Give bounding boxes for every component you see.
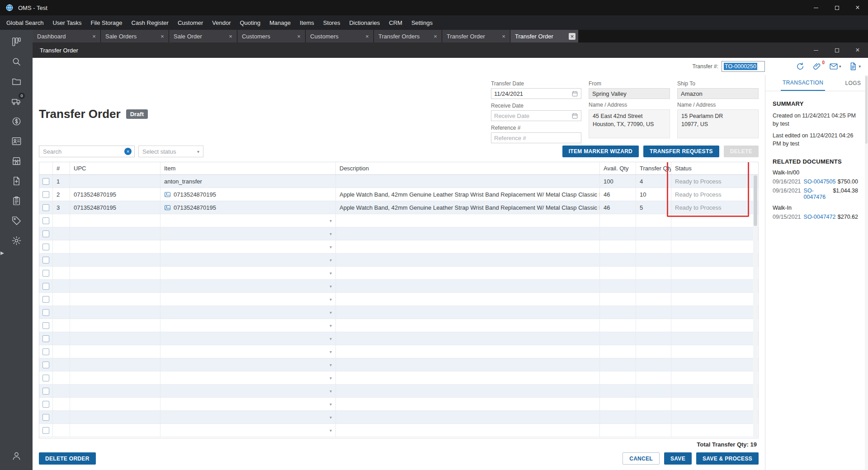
menu-item-customer[interactable]: Customer xyxy=(173,15,208,30)
item-dropdown-icon[interactable]: ▾ xyxy=(330,362,332,367)
calendar-icon[interactable] xyxy=(571,90,578,97)
tab-close-icon[interactable]: × xyxy=(227,33,234,40)
row-checkbox[interactable] xyxy=(42,270,49,277)
tab-close-icon[interactable]: × xyxy=(569,33,576,40)
item-dropdown-icon[interactable]: ▾ xyxy=(330,389,332,394)
save-process-button[interactable]: SAVE & PROCESS xyxy=(696,452,759,465)
transfer-number-input[interactable]: TO-0000250 xyxy=(722,61,765,72)
inner-minimize-button[interactable] xyxy=(806,42,826,58)
item-dropdown-icon[interactable]: ▾ xyxy=(330,218,332,223)
tab-transfer-orders[interactable]: Transfer Orders× xyxy=(374,30,442,42)
column-header-col0[interactable]: # xyxy=(53,162,70,174)
tab-close-icon[interactable]: × xyxy=(159,33,166,40)
row-checkbox[interactable] xyxy=(42,191,49,198)
attachments-icon[interactable]: 0 xyxy=(812,62,821,71)
tab-logs[interactable]: LOGS xyxy=(843,75,863,91)
menu-item-vendor[interactable]: Vendor xyxy=(208,15,235,30)
calendar-icon[interactable] xyxy=(571,113,578,119)
row-checkbox[interactable] xyxy=(42,388,49,395)
tab-transaction[interactable]: TRANSACTION xyxy=(781,75,825,91)
restore-button[interactable] xyxy=(826,0,847,15)
tab-transfer-order[interactable]: Transfer Order× xyxy=(510,30,578,42)
sidebar-item-stores[interactable] xyxy=(5,151,27,171)
sidebar-item-sales[interactable] xyxy=(5,111,27,131)
inner-close-button[interactable]: × xyxy=(847,42,868,58)
item-dropdown-icon[interactable]: ▾ xyxy=(330,402,332,407)
receive-date-value[interactable] xyxy=(494,113,571,119)
menu-item-settings[interactable]: Settings xyxy=(407,15,437,30)
tab-close-icon[interactable]: × xyxy=(90,33,98,40)
column-header-item[interactable]: Item xyxy=(160,162,336,174)
item-dropdown-icon[interactable]: ▾ xyxy=(330,231,332,236)
sidebar-item-settings[interactable] xyxy=(5,230,27,250)
menu-item-dictionaries[interactable]: Dictionaries xyxy=(344,15,384,30)
reference-value[interactable] xyxy=(494,135,578,141)
tab-customers[interactable]: Customers× xyxy=(237,30,305,42)
item-dropdown-icon[interactable]: ▾ xyxy=(330,271,332,276)
tab-close-icon[interactable]: × xyxy=(295,33,302,40)
sidebar-item-profile[interactable] xyxy=(5,446,27,465)
item-dropdown-icon[interactable]: ▾ xyxy=(330,284,332,289)
minimize-button[interactable] xyxy=(806,0,826,15)
row-checkbox[interactable] xyxy=(42,283,49,290)
row-checkbox[interactable] xyxy=(42,375,49,381)
doc-number-link[interactable]: SO-0047472 xyxy=(804,214,836,220)
table-scrollbar[interactable] xyxy=(753,175,758,437)
clear-search-icon[interactable]: × xyxy=(124,148,132,155)
email-icon[interactable]: ▾ xyxy=(829,62,841,71)
item-dropdown-icon[interactable]: ▾ xyxy=(330,310,332,315)
scrollbar-thumb[interactable] xyxy=(754,175,757,226)
refresh-icon[interactable] xyxy=(796,62,805,71)
search-field[interactable] xyxy=(43,148,124,155)
column-header-upc[interactable]: UPC xyxy=(70,162,160,174)
menu-item-user-tasks[interactable]: User Tasks xyxy=(48,15,86,30)
item-dropdown-icon[interactable]: ▾ xyxy=(330,244,332,249)
document-menu-icon[interactable]: ▾ xyxy=(849,62,861,71)
transfer-requests-button[interactable]: TRANSFER REQUESTS xyxy=(643,146,719,157)
search-input[interactable]: × xyxy=(39,146,135,157)
item-dropdown-icon[interactable]: ▾ xyxy=(330,376,332,381)
row-checkbox[interactable] xyxy=(42,217,49,224)
row-checkbox[interactable] xyxy=(42,427,49,434)
scrollbar-thumb[interactable] xyxy=(865,76,868,144)
inner-restore-button[interactable] xyxy=(826,42,847,58)
item-dropdown-icon[interactable]: ▾ xyxy=(330,415,332,420)
save-button[interactable]: SAVE xyxy=(664,452,692,465)
transfer-date-value[interactable] xyxy=(494,90,571,97)
menu-item-crm[interactable]: CRM xyxy=(384,15,407,30)
tab-dashboard[interactable]: Dashboard× xyxy=(33,30,100,42)
row-checkbox[interactable] xyxy=(42,204,49,211)
panel-scrollbar[interactable] xyxy=(865,75,868,470)
row-checkbox[interactable] xyxy=(42,309,49,316)
item-marker-wizard-button[interactable]: ITEM MARKER WIZARD xyxy=(562,146,639,157)
tab-close-icon[interactable]: × xyxy=(500,33,507,40)
doc-number-link[interactable]: SO-0047476 xyxy=(804,188,833,200)
sidebar-expand-icon[interactable]: ▶ xyxy=(0,250,4,255)
row-checkbox[interactable] xyxy=(42,322,49,329)
doc-number-link[interactable]: SO-0047505 xyxy=(804,179,836,185)
tab-sale-orders[interactable]: Sale Orders× xyxy=(101,30,169,42)
item-dropdown-icon[interactable]: ▾ xyxy=(330,297,332,302)
item-dropdown-icon[interactable]: ▾ xyxy=(330,428,332,433)
cancel-button[interactable]: CANCEL xyxy=(623,452,660,465)
row-checkbox[interactable] xyxy=(42,335,49,342)
tab-close-icon[interactable]: × xyxy=(363,33,371,40)
delete-order-button[interactable]: DELETE ORDER xyxy=(39,452,96,465)
column-header-avail-qty[interactable]: Avail. Qty xyxy=(600,162,636,174)
sidebar-item-files[interactable] xyxy=(5,71,27,91)
item-dropdown-icon[interactable]: ▾ xyxy=(330,258,332,263)
row-checkbox[interactable] xyxy=(42,362,49,368)
row-checkbox[interactable] xyxy=(42,178,49,185)
tab-sale-order[interactable]: Sale Order× xyxy=(169,30,237,42)
sidebar-item-tags[interactable] xyxy=(5,211,27,230)
item-dropdown-icon[interactable]: ▾ xyxy=(330,336,332,341)
menu-item-global-search[interactable]: Global Search xyxy=(2,15,48,30)
menu-item-quoting[interactable]: Quoting xyxy=(235,15,265,30)
item-dropdown-icon[interactable]: ▾ xyxy=(330,349,332,354)
sidebar-item-customers[interactable] xyxy=(5,131,27,151)
sidebar-item-search[interactable] xyxy=(5,52,27,71)
column-header-transfer-qty[interactable]: Transfer Qty xyxy=(636,162,671,174)
tab-customers[interactable]: Customers× xyxy=(306,30,373,42)
sidebar-item-tasks[interactable] xyxy=(5,191,27,211)
delete-button[interactable]: DELETE xyxy=(724,146,759,157)
